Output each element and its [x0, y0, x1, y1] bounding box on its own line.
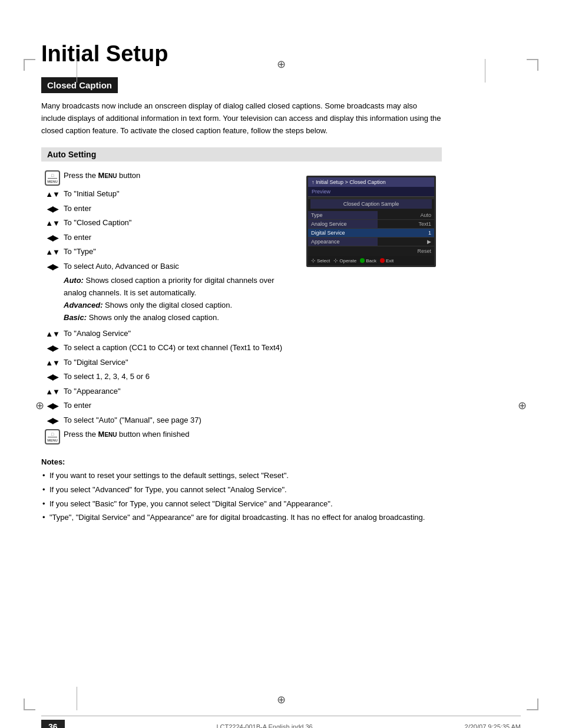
ud-arrow-icon-6: ▲▼	[45, 246, 59, 258]
desc-basic: Basic: Shows only the analog closed capt…	[64, 312, 289, 324]
lr-arrow-icon-col-5: ◀▶	[41, 232, 64, 244]
desc-auto: Auto: Shows closed caption a priority fo…	[64, 275, 289, 299]
ud-arrow-icon-col-12: ▲▼	[41, 386, 64, 398]
screen-table: Type Auto Analog Service Text1 Digital S…	[308, 211, 434, 246]
section-header: Closed Caption	[41, 77, 118, 93]
screen-reset-row: Reset	[308, 246, 434, 256]
crosshair-left: ⊕	[35, 399, 44, 412]
instruction-text-7: To select Auto, Advanced or Basic	[64, 261, 289, 272]
screen-cell-digital-value: 1	[378, 229, 434, 238]
lr-arrow-icon-col-11: ◀▶	[41, 371, 64, 383]
lr-arrow-icon-col-13: ◀▶	[41, 400, 64, 412]
footer-filename: LCT2224-001B-A English.indd 36	[216, 723, 312, 728]
instruction-text-11: To select 1, 2, 3, 4, 5 or 6	[64, 371, 289, 383]
instruction-row-6: ▲▼ To "Type"	[41, 246, 289, 258]
instruction-row-10: ▲▼ To "Digital Service"	[41, 357, 289, 369]
crosshair-bottom: ⊕	[277, 693, 286, 706]
exit-dot	[380, 258, 385, 263]
instruction-row-5: ◀▶ To enter	[41, 232, 289, 244]
instruction-row-1: □ MENU Press the MENU button	[41, 170, 289, 186]
lr-arrow-icon-14: ◀▶	[47, 415, 58, 427]
instructions-list: □ MENU Press the MENU button ▲▼ To "Init…	[41, 170, 289, 447]
page-container: ⊕ ⊕ ⊕ ⊕ Initial Setup Closed Caption Man…	[0, 41, 562, 728]
screen-cell-type-value: Auto	[378, 211, 434, 220]
instruction-text-14: To select "Auto" ("Manual", see page 37)	[64, 414, 289, 426]
lr-arrow-icon-13: ◀▶	[47, 400, 58, 412]
description-block: Auto: Shows closed caption a priority fo…	[64, 275, 289, 324]
crosshair-top: ⊕	[277, 58, 286, 71]
menu-icon-col-15: □ MENU	[41, 429, 64, 444]
ud-arrow-icon-2: ▲▼	[45, 189, 59, 200]
note-item-4: "Type", "Digital Service" and "Appearanc…	[41, 512, 442, 524]
menu-icon: □ MENU	[45, 170, 60, 186]
screen-title-bar: ↑ Initial Setup > Closed Caption	[308, 177, 434, 187]
notes-title: Notes:	[41, 457, 442, 466]
back-dot	[360, 258, 365, 263]
screen-cell-analog-value: Text1	[378, 220, 434, 229]
corner-mark-tl	[24, 59, 35, 71]
subsection-header: Auto Setting	[41, 147, 442, 162]
corner-mark-bl	[24, 699, 35, 710]
note-item-2: If you select "Advanced" for Type, you c…	[41, 484, 442, 496]
instruction-text-1: Press the MENU button	[64, 170, 289, 182]
lr-arrow-icon-7: ◀▶	[47, 261, 58, 273]
instruction-text-8: To "Analog Service"	[64, 328, 289, 340]
note-item-1: If you want to reset your settings to th…	[41, 470, 442, 482]
corner-mark-tr	[527, 59, 538, 71]
screen-row-digital: Digital Service 1	[308, 229, 434, 238]
note-item-3: If you select "Basic" for Type, you cann…	[41, 498, 442, 510]
screen-footer: ⊹ Select ⊹ Operate Back Exit	[308, 256, 434, 265]
instruction-row-14: ◀▶ To select "Auto" ("Manual", see page …	[41, 414, 289, 427]
ud-arrow-icon-col-2: ▲▼	[41, 189, 64, 200]
vertical-line-left	[77, 59, 77, 83]
page-number-box: 36	[41, 720, 65, 728]
instruction-text-3: To enter	[64, 203, 289, 215]
lr-arrow-icon-9: ◀▶	[47, 342, 58, 354]
ud-arrow-icon-4: ▲▼	[45, 218, 59, 229]
instruction-text-12: To "Appearance"	[64, 386, 289, 397]
screen-row-analog: Analog Service Text1	[308, 220, 434, 229]
screen-cell-appearance-label: Appearance	[308, 238, 378, 246]
instruction-row-11: ◀▶ To select 1, 2, 3, 4, 5 or 6	[41, 371, 289, 383]
instruction-text-10: To "Digital Service"	[64, 357, 289, 368]
ud-arrow-icon-col-8: ▲▼	[41, 328, 64, 340]
screen-row-type: Type Auto	[308, 211, 434, 220]
page-footer: 36 LCT2224-001B-A English.indd 36 2/20/0…	[41, 716, 521, 728]
ud-arrow-icon-12: ▲▼	[45, 386, 59, 398]
instruction-row-9: ◀▶ To select a caption (CC1 to CC4) or t…	[41, 342, 289, 354]
instruction-text-2: To "Initial Setup"	[64, 188, 289, 200]
corner-mark-br	[527, 699, 538, 710]
screen-footer-select: ⊹ Select	[311, 258, 330, 263]
desc-advanced: Advanced: Shows only the digital closed …	[64, 299, 289, 312]
ud-arrow-icon-col-4: ▲▼	[41, 218, 64, 229]
screen-content: Closed Caption Sample Type Auto Analog S…	[308, 199, 434, 256]
ud-arrow-icon-col-6: ▲▼	[41, 246, 64, 258]
ud-arrow-icon-10: ▲▼	[45, 357, 59, 369]
instruction-row-3: ◀▶ To enter	[41, 203, 289, 215]
screen-cell-type-label: Type	[308, 211, 378, 220]
instruction-row-2: ▲▼ To "Initial Setup"	[41, 188, 289, 200]
instruction-text-13: To enter	[64, 400, 289, 411]
lr-arrow-icon-col-14: ◀▶	[41, 415, 64, 427]
instruction-row-15: □ MENU Press the MENU button when finish…	[41, 429, 289, 444]
instruction-row-13: ◀▶ To enter	[41, 400, 289, 412]
screen-sample-label: Closed Caption Sample	[310, 199, 432, 209]
lr-arrow-icon-col-3: ◀▶	[41, 203, 64, 215]
vertical-line-left-bottom	[77, 687, 77, 710]
screen-cell-analog-label: Analog Service	[308, 220, 378, 229]
lr-arrow-icon-3: ◀▶	[47, 203, 58, 215]
lr-arrow-icon-col-7: ◀▶	[41, 261, 64, 273]
screen-outer: ↑ Initial Setup > Closed Caption Preview…	[306, 176, 436, 267]
instruction-text-15: Press the MENU button when finished	[64, 429, 289, 440]
lr-arrow-icon-11: ◀▶	[47, 371, 58, 383]
screen-cell-digital-label: Digital Service	[308, 229, 378, 238]
lr-arrow-icon-5: ◀▶	[47, 232, 58, 244]
notes-section: Notes: If you want to reset your setting…	[41, 457, 442, 524]
instruction-text-6: To "Type"	[64, 246, 289, 258]
footer-date: 2/20/07 9:25:35 AM	[465, 723, 521, 728]
auto-setting-content: □ MENU Press the MENU button ▲▼ To "Init…	[41, 170, 521, 447]
screen-title-text: ↑ Initial Setup > Closed Caption	[312, 179, 386, 185]
instruction-text-9: To select a caption (CC1 to CC4) or text…	[64, 342, 289, 354]
menu-icon-col: □ MENU	[41, 170, 64, 186]
vertical-line-right	[485, 59, 485, 83]
